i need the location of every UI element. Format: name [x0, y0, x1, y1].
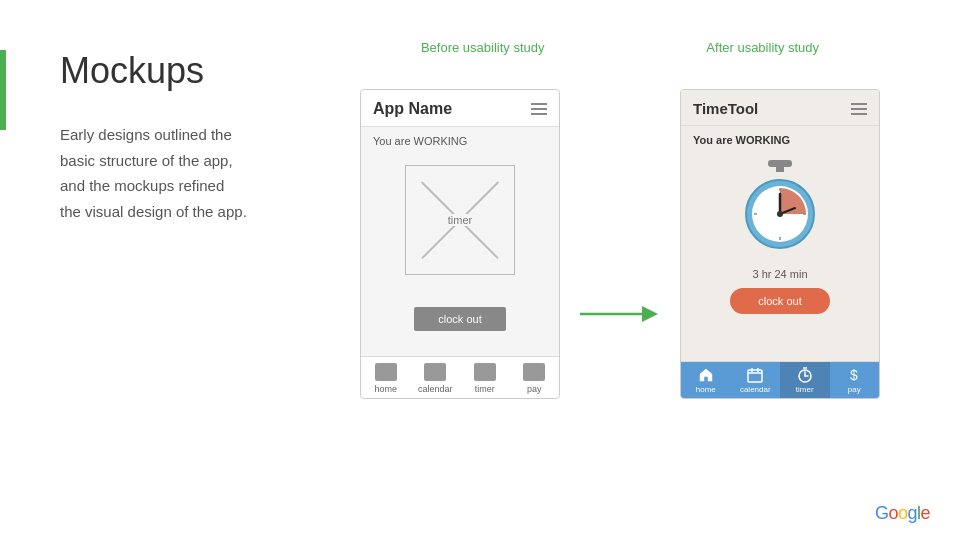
wireframe-nav: home calendar timer pay — [361, 356, 559, 398]
nav-timer-label: timer — [475, 384, 495, 394]
wireframe-app-name: App Name — [373, 100, 452, 118]
timer-placeholder-label: timer — [444, 214, 476, 226]
left-section: Mockups Early designs outlined the basic… — [60, 40, 330, 224]
clock-container — [730, 156, 830, 260]
nav-pay-icon — [523, 363, 545, 381]
refined-nav-pay-label: pay — [848, 385, 861, 394]
hamburger-line-1 — [531, 103, 547, 105]
refined-nav-home: home — [681, 362, 731, 398]
timer-icon — [797, 367, 813, 383]
nav-calendar: calendar — [411, 357, 461, 398]
refined-status: You are WORKING — [693, 134, 790, 146]
time-label: 3 hr 24 min — [752, 268, 807, 280]
desc-line-1: Early designs outlined the — [60, 126, 232, 143]
svg-point-8 — [777, 211, 783, 217]
nav-home-icon — [375, 363, 397, 381]
timer-placeholder: timer — [405, 165, 515, 275]
svg-rect-13 — [748, 370, 762, 382]
nav-home-label: home — [374, 384, 397, 394]
refined-nav-timer: timer — [780, 362, 830, 398]
nav-pay: pay — [510, 357, 560, 398]
google-o1: o — [888, 503, 898, 523]
nav-calendar-icon — [424, 363, 446, 381]
phone-refined: TimeTool You are WORKING — [680, 89, 880, 399]
refined-nav-pay: $ pay — [830, 362, 880, 398]
home-icon — [697, 367, 715, 383]
mockups-row: App Name You are WORKING timer clock out — [360, 89, 880, 399]
arrow-container — [580, 159, 660, 329]
description: Early designs outlined the basic structu… — [60, 122, 330, 224]
refined-mockup-group: TimeTool You are WORKING — [680, 89, 880, 399]
refined-hamburger-line-2 — [851, 108, 867, 110]
page-title: Mockups — [60, 50, 330, 92]
refined-nav-calendar-label: calendar — [740, 385, 771, 394]
google-e: e — [920, 503, 930, 523]
hamburger-icon — [531, 103, 547, 115]
svg-rect-3 — [776, 166, 784, 172]
hamburger-line-3 — [531, 113, 547, 115]
refined-app-name: TimeTool — [693, 100, 758, 117]
google-logo: Google — [875, 503, 930, 524]
desc-line-2: basic structure of the app, — [60, 152, 233, 169]
refined-nav-calendar: calendar — [731, 362, 781, 398]
accent-bar — [0, 50, 6, 130]
refined-header: TimeTool — [681, 90, 879, 126]
refined-hamburger-line-1 — [851, 103, 867, 105]
nav-pay-label: pay — [527, 384, 542, 394]
phone-wireframe: App Name You are WORKING timer clock out — [360, 89, 560, 399]
before-label: Before usability study — [421, 40, 545, 55]
nav-timer-icon — [474, 363, 496, 381]
wireframe-status: You are WORKING — [373, 135, 467, 147]
refined-nav-home-label: home — [696, 385, 716, 394]
wireframe-body: You are WORKING timer clock out — [361, 127, 559, 356]
refined-hamburger-icon — [851, 103, 867, 115]
right-section: Before usability study After usability s… — [330, 40, 910, 399]
forward-arrow-icon — [580, 299, 660, 329]
desc-line-3: and the mockups refined — [60, 177, 224, 194]
refined-nav-timer-label: timer — [796, 385, 814, 394]
desc-line-4: the visual design of the app. — [60, 203, 247, 220]
svg-text:$: $ — [850, 367, 858, 383]
dollar-icon: $ — [846, 367, 862, 383]
hamburger-line-2 — [531, 108, 547, 110]
refined-body: You are WORKING — [681, 126, 879, 361]
nav-calendar-label: calendar — [418, 384, 453, 394]
refined-clock-out-btn[interactable]: clock out — [730, 288, 829, 314]
svg-marker-1 — [642, 306, 658, 322]
wireframe-header: App Name — [361, 90, 559, 127]
calendar-icon — [747, 367, 763, 383]
nav-home: home — [361, 357, 411, 398]
slide-content: Mockups Early designs outlined the basic… — [0, 0, 960, 540]
clock-svg — [730, 156, 830, 256]
refined-hamburger-line-3 — [851, 113, 867, 115]
after-label: After usability study — [706, 40, 819, 55]
wireframe-clock-out-btn[interactable]: clock out — [414, 307, 505, 331]
nav-timer: timer — [460, 357, 510, 398]
google-g2: g — [907, 503, 917, 523]
wireframe-mockup-group: App Name You are WORKING timer clock out — [360, 89, 560, 399]
svg-rect-2 — [768, 160, 792, 167]
refined-nav: home calendar — [681, 361, 879, 398]
google-g: G — [875, 503, 889, 523]
